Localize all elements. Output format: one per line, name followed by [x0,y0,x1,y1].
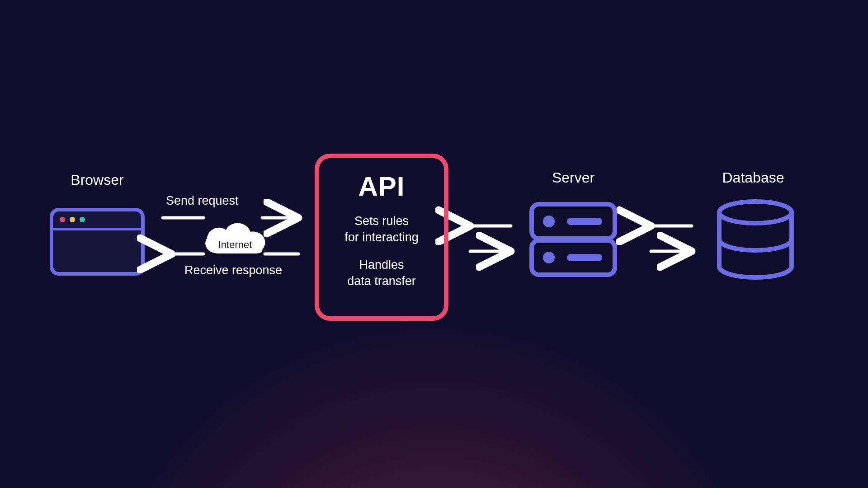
svg-point-12 [543,252,555,263]
svg-point-10 [543,216,555,227]
server-icon [528,200,618,281]
api-title: API [319,171,444,202]
database-icon [712,199,798,285]
svg-point-14 [719,202,792,223]
api-text-rules2: for interacting [344,230,419,244]
api-line-1: Sets rules for interacting [319,213,444,246]
api-text-handles1: Handles [359,258,404,272]
api-text-handles2: data transfer [347,274,416,288]
api-box: API Sets rules for interacting Handles d… [315,154,448,321]
svg-rect-11 [567,218,602,225]
api-line-2: Handles data transfer [319,257,444,290]
server-label: Server [528,169,618,186]
database-label: Database [703,169,803,186]
api-text-rules1: Sets rules [354,214,409,228]
svg-rect-13 [567,254,602,261]
diagram-stage: Browser Send request Receive response In… [0,0,868,488]
